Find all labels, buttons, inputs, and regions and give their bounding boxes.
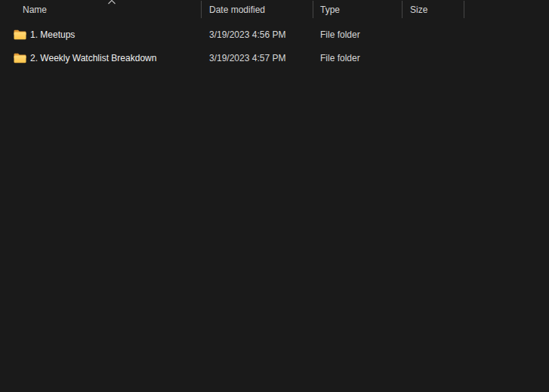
file-size — [402, 46, 464, 69]
column-header-name[interactable]: Name — [0, 0, 202, 19]
file-size — [402, 23, 464, 46]
column-header-name-label: Name — [23, 5, 47, 15]
file-row-meetups[interactable]: 1. Meetups 3/19/2023 4:56 PM File folder — [0, 23, 549, 46]
file-list-view: Name Date modified Type Size 1. Meetups — [0, 0, 549, 392]
file-row-weekly-watchlist-breakdown[interactable]: 2. Weekly Watchlist Breakdown 3/19/2023 … — [0, 46, 549, 69]
column-header-size[interactable]: Size — [402, 0, 464, 19]
column-header-date-modified[interactable]: Date modified — [202, 0, 313, 19]
file-name: 1. Meetups — [30, 29, 75, 40]
folder-icon — [14, 29, 26, 40]
folder-icon — [14, 53, 26, 63]
file-type: File folder — [313, 46, 402, 69]
file-name: 2. Weekly Watchlist Breakdown — [30, 53, 156, 63]
file-name-cell: 1. Meetups — [0, 23, 202, 46]
file-name-cell: 2. Weekly Watchlist Breakdown — [0, 46, 202, 69]
column-header-type[interactable]: Type — [313, 0, 402, 19]
file-type: File folder — [313, 23, 402, 46]
file-date-modified: 3/19/2023 4:56 PM — [202, 23, 313, 46]
column-header-row: Name Date modified Type Size — [0, 0, 549, 19]
column-header-type-label: Type — [320, 5, 340, 15]
column-header-date-label: Date modified — [209, 5, 265, 15]
sort-ascending-icon — [107, 0, 116, 5]
column-header-size-label: Size — [410, 5, 427, 15]
file-rows: 1. Meetups 3/19/2023 4:56 PM File folder… — [0, 19, 549, 69]
file-date-modified: 3/19/2023 4:57 PM — [202, 46, 313, 69]
